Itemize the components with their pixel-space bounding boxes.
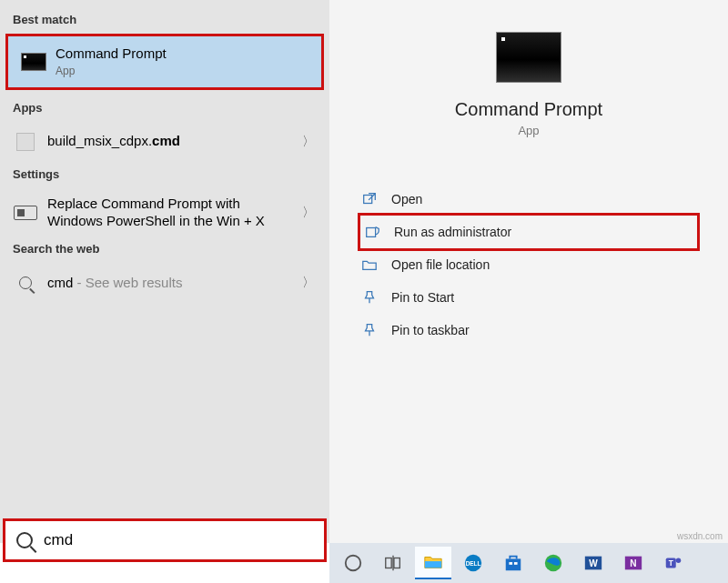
svg-text:N: N bbox=[630, 558, 636, 568]
settings-header: Settings bbox=[0, 164, 329, 186]
svg-rect-5 bbox=[425, 561, 441, 568]
action-label: Run as administrator bbox=[394, 225, 511, 239]
result-build-msix[interactable]: build_msix_cdpx.cmd 〉 bbox=[0, 120, 329, 164]
onenote-icon[interactable]: N bbox=[615, 547, 652, 579]
preview-card: Command Prompt App bbox=[455, 18, 602, 137]
svg-rect-1 bbox=[367, 228, 376, 237]
result-title: Replace Command Prompt with Windows Powe… bbox=[47, 196, 297, 230]
cmd-icon bbox=[21, 49, 46, 75]
search-icon bbox=[13, 270, 38, 296]
search-input[interactable] bbox=[44, 531, 313, 549]
action-pin-taskbar[interactable]: Pin to taskbar bbox=[360, 314, 697, 347]
search-box[interactable] bbox=[3, 518, 327, 562]
chevron-right-icon[interactable]: 〉 bbox=[297, 205, 320, 221]
pin-icon bbox=[360, 321, 379, 339]
cortana-icon[interactable] bbox=[335, 547, 371, 579]
open-icon bbox=[360, 190, 379, 208]
svg-rect-3 bbox=[386, 558, 391, 568]
task-view-icon[interactable] bbox=[375, 547, 411, 579]
chevron-right-icon[interactable]: 〉 bbox=[297, 275, 320, 291]
action-open-location[interactable]: Open file location bbox=[360, 248, 697, 281]
cmd-large-icon bbox=[496, 32, 561, 83]
pin-icon bbox=[360, 288, 379, 307]
result-web-cmd[interactable]: cmd - See web results 〉 bbox=[0, 261, 329, 305]
action-list: Open Run as administrator Open file loca… bbox=[329, 183, 728, 347]
svg-rect-8 bbox=[506, 558, 521, 570]
search-icon bbox=[16, 532, 33, 548]
highlight-best-match: Command Prompt App bbox=[5, 34, 324, 90]
web-term: cmd bbox=[47, 275, 73, 290]
action-label: Open bbox=[391, 192, 422, 206]
file-explorer-icon[interactable] bbox=[415, 547, 451, 579]
result-command-prompt[interactable]: Command Prompt App bbox=[8, 36, 321, 87]
svg-rect-4 bbox=[394, 558, 399, 568]
best-match-header: Best match bbox=[0, 9, 329, 32]
dell-icon[interactable]: DELL bbox=[455, 547, 491, 579]
teams-icon[interactable]: T bbox=[655, 547, 692, 579]
shield-icon bbox=[363, 223, 381, 241]
result-replace-cmd-powershell[interactable]: Replace Command Prompt with Windows Powe… bbox=[0, 186, 329, 239]
word-icon[interactable]: W bbox=[575, 547, 612, 579]
action-open[interactable]: Open bbox=[360, 183, 697, 216]
svg-text:DELL: DELL bbox=[466, 560, 481, 567]
action-pin-start[interactable]: Pin to Start bbox=[360, 281, 697, 314]
edge-icon[interactable] bbox=[535, 547, 571, 579]
action-label: Open file location bbox=[391, 257, 490, 272]
action-run-admin[interactable]: Run as administrator bbox=[363, 216, 694, 248]
taskbar: DELL W N T bbox=[329, 543, 728, 583]
preview-type: App bbox=[518, 124, 539, 137]
chevron-right-icon[interactable]: 〉 bbox=[297, 134, 320, 150]
svg-rect-0 bbox=[364, 196, 372, 204]
result-title: build_msix_cdpx.cmd bbox=[47, 133, 297, 150]
toggle-icon bbox=[13, 200, 38, 226]
svg-text:T: T bbox=[669, 559, 673, 568]
svg-point-17 bbox=[676, 558, 682, 564]
action-label: Pin to Start bbox=[391, 290, 454, 305]
preview-panel: Command Prompt App Open Run as administr… bbox=[329, 0, 728, 543]
svg-rect-9 bbox=[509, 562, 512, 565]
web-header: Search the web bbox=[0, 238, 329, 261]
result-subtitle: App bbox=[56, 65, 312, 78]
action-label: Pin to taskbar bbox=[391, 323, 470, 337]
folder-icon bbox=[360, 256, 379, 274]
preview-title: Command Prompt bbox=[455, 99, 602, 120]
svg-point-2 bbox=[346, 556, 361, 571]
highlight-run-admin: Run as administrator bbox=[358, 213, 700, 251]
cmd-file-icon bbox=[13, 129, 38, 155]
store-icon[interactable] bbox=[495, 547, 531, 579]
web-suffix: - See web results bbox=[73, 275, 182, 290]
svg-rect-10 bbox=[514, 562, 518, 565]
result-title: Command Prompt bbox=[56, 45, 312, 63]
watermark: wsxdn.com bbox=[677, 531, 723, 541]
svg-text:W: W bbox=[589, 558, 598, 568]
apps-header: Apps bbox=[0, 97, 329, 120]
search-results-panel: Best match Command Prompt App Apps build… bbox=[0, 0, 329, 543]
